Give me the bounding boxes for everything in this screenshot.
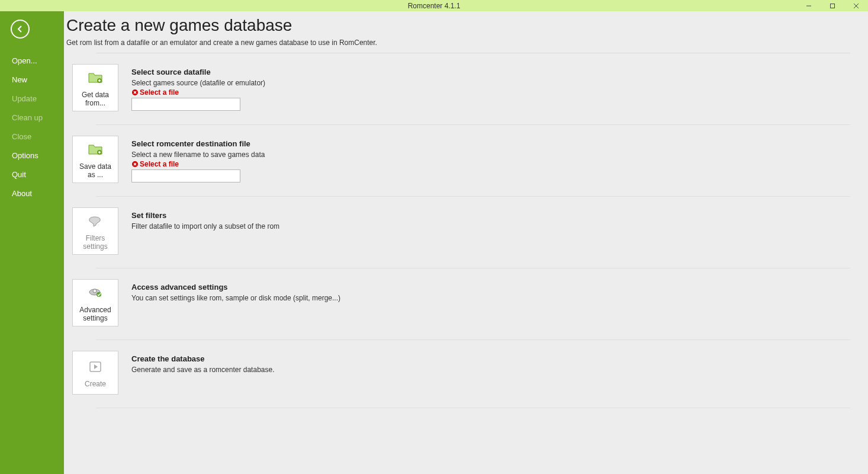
sidebar-item-label: New [12,75,27,84]
titlebar: Romcenter 4.1.1 [0,0,868,11]
sidebar-item-label: Clean up [12,113,43,122]
step-filters: Filters settings Set filters Filter data… [66,197,868,255]
filters-settings-button[interactable]: Filters settings [72,207,118,255]
sidebar-item-label: Options [12,151,38,160]
step-desc: Select games source (datafile or emulato… [131,79,265,87]
window-controls [797,0,868,11]
card-label: Save data as ... [75,162,115,179]
folder-add-icon [88,69,103,86]
source-file-input[interactable] [131,98,240,111]
card-label: Advanced settings [75,306,115,322]
svg-point-10 [93,289,97,293]
sidebar-item-label: About [12,189,32,198]
maximize-icon [830,3,835,9]
sidebar-item-label: Open... [12,56,37,65]
sidebar-item-options[interactable]: Options [0,146,64,165]
minimize-button[interactable] [797,0,821,11]
error-message: Select a file [131,88,265,97]
advanced-settings-button[interactable]: Advanced settings [72,279,118,326]
create-button[interactable]: Create [72,351,118,395]
sidebar: Open... New Update Clean up Close Option… [0,11,64,474]
maximize-button[interactable] [821,0,844,11]
sidebar-item-label: Quit [12,170,26,179]
sidebar-item-quit[interactable]: Quit [0,165,64,184]
folder-add-icon [88,141,103,158]
step-desc: Filter datafile to import only a subset … [131,222,279,230]
error-message: Select a file [131,160,265,168]
step-title: Set filters [131,211,279,220]
filter-icon [88,213,103,229]
sidebar-item-close: Close [0,127,64,146]
step-desc: You can set settings like rom, sample or… [131,294,340,302]
card-label: Create [85,380,106,388]
gear-icon [88,284,103,301]
window-title: Romcenter 4.1.1 [408,2,461,10]
minimize-icon [806,3,812,9]
save-data-button[interactable]: Save data as ... [72,136,118,183]
destination-file-input[interactable] [131,169,240,182]
step-desc: Select a new filename to save games data [131,150,265,159]
step-advanced: Advanced settings Access advanced settin… [66,268,868,326]
svg-rect-1 [831,4,835,8]
step-title: Select romcenter destination file [131,139,265,148]
step-title: Create the database [131,354,274,363]
arrow-left-icon [16,25,24,33]
step-desc: Generate and save as a romcenter databas… [131,366,274,374]
page-subtitle: Get rom list from a datafile or an emula… [66,39,868,47]
step-source: Get data from... Select source datafile … [66,53,868,111]
svg-point-11 [97,292,101,297]
step-create: Create Create the database Generate and … [66,340,868,395]
page-title: Create a new games database [66,16,868,35]
back-button[interactable] [11,20,30,39]
main-content: Create a new games database Get rom list… [64,11,868,474]
step-destination: Save data as ... Select romcenter destin… [66,125,868,183]
sidebar-item-open[interactable]: Open... [0,52,64,71]
sidebar-item-cleanup: Clean up [0,108,64,127]
step-title: Access advanced settings [131,283,340,292]
divider [96,408,850,408]
get-data-button[interactable]: Get data from... [72,64,118,111]
sidebar-item-label: Close [12,132,31,141]
close-button[interactable] [844,0,868,11]
sidebar-item-new[interactable]: New [0,71,64,89]
step-title: Select source datafile [131,68,265,76]
sidebar-item-label: Update [12,94,37,103]
play-icon [89,358,102,375]
card-label: Filters settings [75,234,115,251]
close-icon [853,3,859,9]
card-label: Get data from... [75,91,115,107]
error-icon [131,161,139,168]
sidebar-item-update: Update [0,89,64,108]
error-icon [131,89,139,96]
sidebar-item-about[interactable]: About [0,184,64,203]
